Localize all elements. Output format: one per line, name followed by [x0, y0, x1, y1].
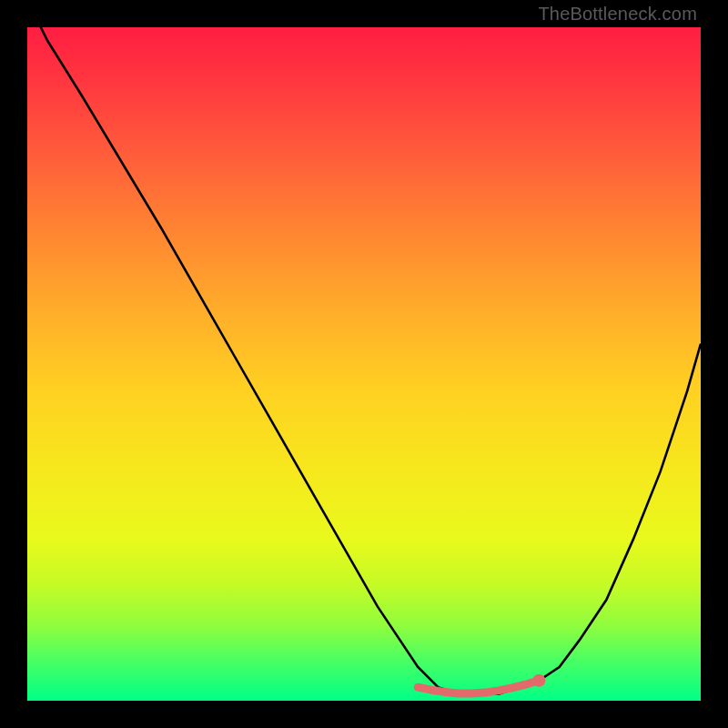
plot-area — [27, 27, 701, 701]
flat-marker-line — [418, 681, 539, 693]
chart-stage: TheBottleneck.com — [0, 0, 728, 728]
marker-dot — [532, 674, 545, 687]
watermark-text: TheBottleneck.com — [538, 4, 697, 25]
bottleneck-curve — [27, 27, 701, 694]
curve-layer — [27, 27, 701, 701]
